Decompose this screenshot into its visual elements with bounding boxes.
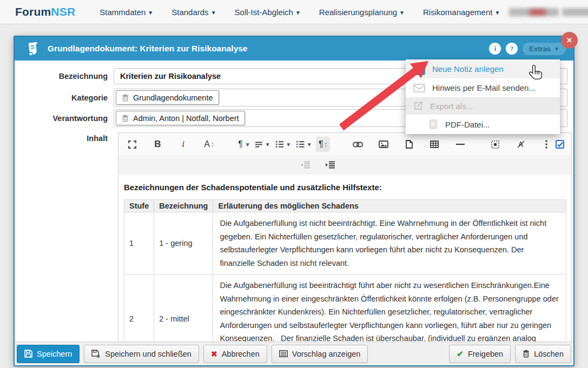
- fullscreen-icon[interactable]: [125, 137, 139, 152]
- menu-item-export-als[interactable]: Export als...: [406, 97, 560, 115]
- bold-icon[interactable]: B: [150, 137, 164, 152]
- cell-bezeichnung: 1 - gering: [154, 212, 213, 275]
- nav-item-standards[interactable]: Standards▼: [171, 8, 216, 17]
- editor-content[interactable]: Bezeichnungen der Schadenspotentiale und…: [118, 174, 571, 344]
- dialog-header: Grundlagendokument: Kriterien zur Risiko…: [15, 37, 573, 61]
- app-logo[interactable]: ForumNSR: [15, 5, 75, 18]
- chevron-down-icon: ▼: [399, 10, 405, 16]
- info-button[interactable]: i: [489, 43, 501, 55]
- table-row: 2 2 - mittel Die Aufgabenerfüllung ist b…: [124, 275, 566, 344]
- image-icon[interactable]: [376, 137, 391, 152]
- align-icon[interactable]: ▼: [254, 137, 272, 152]
- nav-item-stammdaten[interactable]: Stammdaten▼: [100, 8, 153, 17]
- link-icon[interactable]: [351, 137, 365, 152]
- schadenspotentiale-table: Stufe Bezeichnung Erläuterung des möglic…: [124, 199, 566, 344]
- clear-formatting-icon[interactable]: A: [514, 137, 528, 152]
- unordered-list-icon[interactable]: ▼: [295, 137, 313, 152]
- delete-button[interactable]: Löschen: [515, 345, 571, 363]
- show-suggestion-button[interactable]: Vorschlag anzeigen: [272, 345, 368, 363]
- content-heading: Bezeichnungen der Schadenspotentiale und…: [124, 183, 566, 192]
- cancel-x-icon: ✖: [211, 350, 217, 358]
- menu-item-neue-notiz[interactable]: Neue Notiz anlegen: [406, 59, 560, 78]
- table-row: 1 1 - gering Die Aufgabenerfüllung ist n…: [124, 212, 566, 275]
- save-button[interactable]: Speichern: [17, 345, 80, 363]
- export-icon: [413, 101, 423, 111]
- verantwortung-chip-label: Admin, Anton | Notfall, Norbert: [133, 114, 239, 123]
- envelope-icon: [413, 84, 425, 92]
- kategorie-chip[interactable]: Grundlagendokumente: [116, 90, 219, 105]
- trash-icon[interactable]: [122, 94, 129, 102]
- dialog-title: Grundlagendokument: Kriterien zur Risiko…: [48, 44, 248, 53]
- nav-item-risikomanagement[interactable]: Risikomanagement▼: [423, 8, 500, 17]
- bezeichnung-label: Bezeichnung: [15, 72, 114, 81]
- paragraph-format-icon[interactable]: ¶▼: [237, 137, 252, 152]
- user-name-redacted: [562, 8, 588, 16]
- italic-icon[interactable]: i: [176, 137, 190, 152]
- scroll-document-icon: [25, 41, 40, 56]
- chevron-down-icon: ▼: [554, 46, 559, 52]
- horizontal-rule-icon[interactable]: [453, 137, 467, 152]
- chevron-down-icon: ▼: [211, 10, 216, 16]
- inhalt-label: Inhalt: [15, 134, 114, 143]
- cell-stufe: 2: [124, 275, 154, 344]
- editor-toolbar-row2: [118, 156, 571, 174]
- note-icon: [413, 63, 425, 75]
- more-options-icon[interactable]: [539, 137, 553, 152]
- embed-block-icon[interactable]: [488, 137, 502, 152]
- top-navigation: ForumNSR Stammdaten▼ Standards▼ Soll-Ist…: [0, 0, 588, 24]
- cell-stufe: 1: [124, 212, 154, 275]
- table-icon[interactable]: [427, 137, 441, 152]
- logo-part-nsr: NSR: [51, 5, 75, 18]
- help-icon: ?: [510, 44, 514, 53]
- suggestion-list-icon: [279, 350, 288, 357]
- verantwortung-chip[interactable]: Admin, Anton | Notfall, Norbert: [116, 111, 245, 125]
- close-icon: ✕: [566, 36, 572, 44]
- info-icon: i: [494, 44, 497, 53]
- rich-text-editor: B i A: ¶▼ ▼ ▼ ▼ ¶:: [118, 132, 572, 344]
- user-name-redacted: [530, 10, 546, 15]
- bezeichnung-value: Kriterien zur Risikoanalyse: [120, 72, 221, 81]
- release-button[interactable]: ✔ Freigeben: [449, 345, 511, 363]
- cancel-button[interactable]: ✖ Abbrechen: [203, 345, 267, 363]
- chevron-down-icon: ▼: [148, 10, 153, 16]
- font-options-icon[interactable]: A:: [202, 137, 216, 152]
- extras-context-menu: Neue Notiz anlegen Hinweis per E-Mail se…: [406, 59, 560, 134]
- file-icon[interactable]: [402, 137, 416, 152]
- cell-erlaeuterung: Die Aufgabenerfüllung ist beeinträchtigt…: [213, 275, 566, 344]
- dialog-footer: Speichern Speichern und schließen ✖ Abbr…: [15, 342, 573, 365]
- kategorie-chip-label: Grundlagendokumente: [133, 93, 213, 102]
- nav-item-soll-ist-abgleich[interactable]: Soll-Ist-Abgleich▼: [235, 8, 301, 17]
- menu-item-hinweis-email[interactable]: Hinweis per E-Mail senden...: [406, 78, 560, 97]
- pdf-file-icon: [428, 119, 438, 130]
- save-close-icon: [91, 350, 101, 358]
- show-paragraph-marks-icon[interactable]: ¶:: [316, 137, 330, 152]
- chevron-down-icon: ▼: [295, 10, 301, 16]
- col-header-stufe: Stufe: [124, 200, 154, 212]
- cell-erlaeuterung: Die Aufgabenerfüllung ist nicht beeinträ…: [213, 212, 566, 275]
- trash-icon: [523, 350, 530, 358]
- menu-item-pdf-datei[interactable]: PDF-Datei...: [406, 115, 560, 134]
- trash-icon[interactable]: [122, 115, 129, 122]
- check-icon: ✔: [457, 349, 464, 359]
- editor-toolbar: B i A: ¶▼ ▼ ▼ ▼ ¶:: [118, 133, 571, 156]
- cell-bezeichnung: 2 - mittel: [154, 275, 213, 344]
- chevron-down-icon: ▼: [494, 10, 500, 16]
- extras-dropdown-button[interactable]: Extras▼: [523, 43, 566, 55]
- verantwortung-label: Verantwortung: [15, 114, 114, 123]
- outdent-icon[interactable]: [298, 157, 312, 172]
- help-button[interactable]: ?: [506, 43, 518, 55]
- nav-item-realisierungsplanung[interactable]: Realisierungsplanung▼: [319, 8, 405, 17]
- kategorie-label: Kategorie: [15, 93, 114, 102]
- logo-part-forum: Forum: [15, 5, 51, 18]
- close-dialog-button[interactable]: ✕: [561, 32, 578, 49]
- save-icon: [24, 350, 32, 358]
- table-header-row: Stufe Bezeichnung Erläuterung des möglic…: [124, 200, 566, 212]
- editor-checkbox-checked[interactable]: [556, 140, 565, 149]
- ordered-list-icon[interactable]: ▼: [274, 137, 293, 152]
- col-header-erlaeuterung: Erläuterung des möglichen Schadens: [213, 200, 566, 212]
- user-menu[interactable]: (ADMINISTRATOR) ▼: [509, 8, 588, 16]
- save-and-close-button[interactable]: Speichern und schließen: [84, 345, 199, 363]
- indent-icon[interactable]: [323, 157, 337, 172]
- col-header-bezeichnung: Bezeichnung: [154, 200, 213, 212]
